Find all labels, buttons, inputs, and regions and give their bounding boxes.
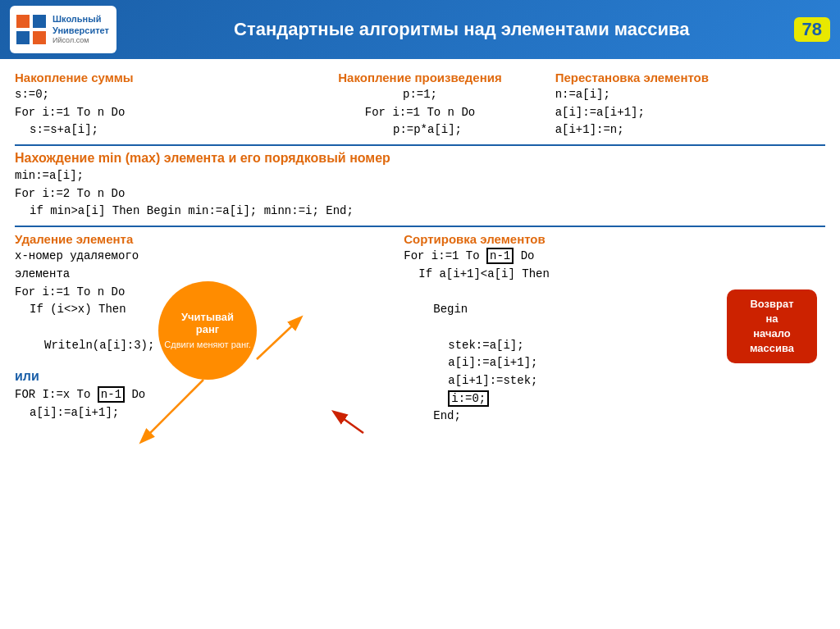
callout-red: Возврат на начало массива — [727, 289, 817, 363]
code-line: If a[i+1]<a[i] Then — [404, 266, 825, 284]
red-bubble-text: Возврат на начало массива — [750, 297, 794, 357]
orange-line1: Учитывай — [181, 311, 234, 323]
code-line: s:=0; — [15, 88, 49, 101]
section-sort: Сортировка элементов For i:=1 To n-1 Do … — [404, 232, 825, 426]
logo-line2: Университет — [52, 25, 109, 36]
page-title: Стандартные алгоритмы над элементами мас… — [130, 19, 794, 40]
section-minmax-title: Нахождение min (max) элемента и его поря… — [15, 151, 825, 166]
or-label: или — [15, 369, 39, 383]
bottom-row: Удаление элемента x-номер удаляемого эле… — [15, 232, 825, 426]
section-prod-title: Накопление произведения — [285, 71, 555, 84]
code-line: For i:=1 To n Do — [15, 285, 125, 299]
code-line: p:=1; — [403, 88, 437, 101]
code-line: For i:=2 To n Do — [15, 187, 125, 200]
code-line: if min>a[i] Then Begin min:=a[i]; minn:=… — [15, 203, 825, 221]
top-row: Накопление суммы s:=0; For i:=1 To n Do … — [15, 71, 825, 139]
section-sum: Накопление суммы s:=0; For i:=1 To n Do … — [15, 71, 285, 139]
code-line: End; — [404, 408, 825, 426]
section-prod-code: p:=1; For i:=1 To n Do p:=p*a[i]; — [285, 86, 555, 139]
code-line: x-номер удаляемого — [15, 249, 139, 262]
section-swap-title: Перестановка элементов — [555, 71, 825, 84]
svg-rect-0 — [16, 15, 30, 28]
code-line: a[i]:=a[i+1]; — [15, 404, 404, 422]
section-prod: Накопление произведения p:=1; For i:=1 T… — [285, 71, 555, 139]
section-swap: Перестановка элементов n:=a[i]; a[i]:=a[… — [555, 71, 825, 139]
red-line1: Возврат — [750, 298, 793, 310]
section-sum-title: Накопление суммы — [15, 71, 285, 84]
code-line: For i:=1 To n Do — [15, 106, 125, 119]
section-delete-title: Удаление элемента — [15, 232, 404, 246]
code-line: s:=s+a[i]; — [15, 121, 285, 139]
orange-line2: ранг — [196, 323, 219, 335]
code-line: элемента — [15, 267, 70, 280]
svg-rect-1 — [33, 15, 46, 28]
logo-text: Школьный Университет Ийсол.сом — [52, 14, 109, 44]
header: Школьный Университет Ийсол.сом Стандартн… — [0, 0, 840, 59]
red-line4: массива — [750, 342, 794, 354]
section-swap-code: n:=a[i]; a[i]:=a[i+1]; a[i+1]:=n; — [555, 86, 825, 139]
logo-icon — [16, 15, 46, 44]
orange-sub: Сдвиги меняют ранг. — [164, 339, 250, 350]
logo-sub: Ийсол.сом — [52, 36, 109, 45]
code-line: a[i+1]:=n; — [555, 123, 624, 136]
highlight-i0: i:=0; — [448, 390, 489, 407]
code-line: For i:=1 To n Do — [365, 106, 475, 119]
content-area: Накопление суммы s:=0; For i:=1 To n Do … — [0, 59, 840, 629]
code-line: For i:=1 To n-1 Do — [404, 248, 534, 264]
logo-line1: Школьный — [52, 14, 109, 25]
divider-2 — [15, 226, 825, 227]
logo-block: Школьный Университет Ийсол.сом — [10, 6, 116, 53]
svg-rect-3 — [33, 31, 46, 44]
code-line: i:=0; — [404, 390, 825, 408]
red-line2: на — [765, 312, 778, 325]
code-line: p:=p*a[i]; — [285, 121, 555, 139]
code-line: min:=a[i]; — [15, 169, 84, 182]
divider-1 — [15, 144, 825, 146]
code-line: a[i]:=a[i+1]; — [555, 106, 645, 119]
callout-orange: Учитывай ранг Сдвиги меняют ранг. — [158, 281, 257, 380]
page-number: 78 — [794, 17, 830, 42]
svg-rect-2 — [16, 31, 30, 44]
red-line3: начало — [753, 327, 791, 340]
section-sum-code: s:=0; For i:=1 To n Do s:=s+a[i]; — [15, 86, 285, 139]
section-minmax-code: min:=a[i]; For i:=2 To n Do if min>a[i] … — [15, 167, 825, 221]
code-line: a[i+1]:=stek; — [404, 372, 825, 390]
highlight-n1: n-1 — [98, 386, 125, 403]
code-line: FOR I:=x To n-1 Do — [15, 386, 145, 403]
section-sort-title: Сортировка элементов — [404, 232, 825, 246]
highlight-n2: n-1 — [486, 248, 514, 264]
section-minmax: Нахождение min (max) элемента и его поря… — [15, 151, 825, 221]
code-line: n:=a[i]; — [555, 88, 610, 101]
section-delete-code2: FOR I:=x To n-1 Do a[i]:=a[i+1]; — [15, 386, 404, 422]
